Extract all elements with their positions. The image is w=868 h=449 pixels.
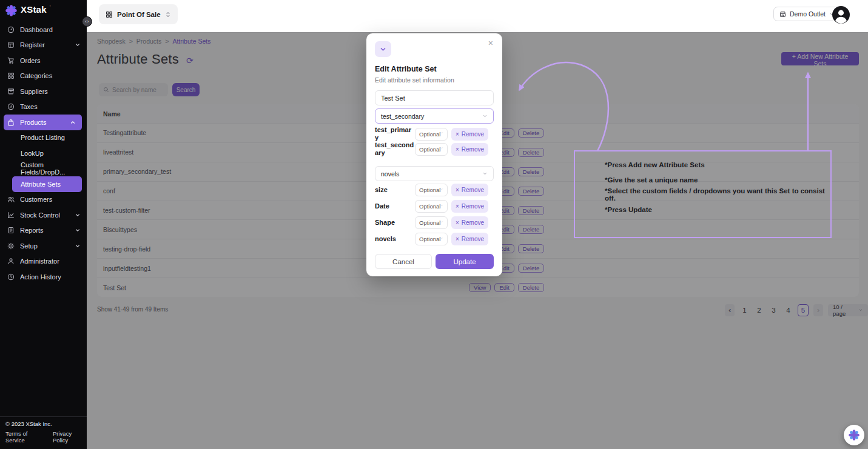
- privacy-policy-link[interactable]: Privacy Policy: [53, 430, 87, 444]
- sidebar-item-label: Products: [20, 119, 46, 126]
- document-icon: [7, 227, 15, 234]
- optional-select[interactable]: Optional: [415, 216, 448, 229]
- sidebar: XStak ’ Dashboard Register Orders Catego…: [0, 0, 87, 449]
- sidebar-item-label: Customers: [20, 196, 52, 203]
- remove-attribute-button[interactable]: ×Remove: [451, 200, 488, 213]
- attribute-row-date: Date Optional ×Remove: [375, 200, 494, 213]
- outlet-selector[interactable]: Demo Outlet: [773, 7, 841, 21]
- sidebar-item-label: Stock Control: [20, 211, 60, 219]
- optional-value: Optional: [419, 219, 440, 226]
- store-icon: [779, 11, 786, 18]
- sidebar-item-register[interactable]: Register: [0, 38, 87, 53]
- attribute-row-test-primary: test_primary Optional ×Remove: [375, 126, 494, 142]
- remove-attribute-button[interactable]: ×Remove: [451, 143, 488, 156]
- field-select[interactable]: test_secondary: [375, 108, 494, 124]
- sidebar-item-label: Orders: [20, 57, 41, 64]
- edit-attribute-set-modal: × Edit Attribute Set Edit attribute set …: [366, 33, 502, 276]
- sidebar-item-taxes[interactable]: Taxes: [0, 99, 87, 115]
- terms-of-service-link[interactable]: Terms of Service: [5, 430, 46, 444]
- gear-icon: [7, 242, 15, 250]
- remove-attribute-button[interactable]: ×Remove: [451, 184, 488, 196]
- sidebar-subitem-product-listing[interactable]: Product Listing: [0, 130, 87, 146]
- attribute-row-size: size Optional ×Remove: [375, 184, 494, 196]
- sidebar-item-label: Register: [20, 41, 45, 48]
- sidebar-item-label: Administrator: [20, 258, 59, 265]
- user-avatar[interactable]: [832, 5, 850, 24]
- topbar: Point Of Sale Demo Outlet: [87, 0, 868, 33]
- sidebar-item-orders[interactable]: Orders: [0, 53, 87, 68]
- sidebar-subitem-label: Product Listing: [21, 134, 65, 141]
- optional-select[interactable]: Optional: [415, 233, 448, 245]
- sidebar-item-label: Taxes: [20, 103, 38, 110]
- users-icon: [7, 196, 15, 203]
- modal-chevron-button[interactable]: [375, 41, 391, 57]
- copyright-text: © 2023 XStak Inc.: [5, 421, 87, 427]
- help-widget-button[interactable]: [844, 425, 864, 445]
- grid-icon: [106, 11, 113, 18]
- app-tab-point-of-sale[interactable]: Point Of Sale: [99, 4, 178, 24]
- sidebar-item-action-history[interactable]: Action History: [0, 269, 87, 285]
- remove-attribute-button[interactable]: ×Remove: [451, 233, 488, 245]
- annotation-line: *Press Update: [605, 202, 827, 218]
- sidebar-item-suppliers[interactable]: Suppliers: [0, 84, 87, 99]
- x-icon: ×: [456, 236, 459, 242]
- sidebar-subitem-lookup[interactable]: LookUp: [0, 145, 87, 161]
- optional-value: Optional: [419, 203, 440, 210]
- attribute-set-name-input[interactable]: [375, 90, 494, 105]
- chevron-down-icon: [380, 46, 386, 53]
- remove-label: Remove: [462, 131, 484, 138]
- clock-icon: [7, 273, 15, 281]
- optional-select[interactable]: Optional: [415, 184, 448, 196]
- attribute-name: Shape: [375, 219, 415, 227]
- sidebar-subitem-custom-fields[interactable]: Custom Fields/DropD...: [0, 161, 87, 177]
- optional-select[interactable]: Optional: [415, 200, 448, 213]
- app-tab-label: Point Of Sale: [117, 11, 161, 18]
- remove-attribute-button[interactable]: ×Remove: [451, 216, 488, 229]
- bag-icon: [7, 119, 15, 126]
- sidebar-item-label: Dashboard: [20, 26, 53, 33]
- remove-attribute-button[interactable]: ×Remove: [451, 128, 488, 141]
- x-icon: ×: [456, 219, 459, 226]
- optional-select[interactable]: Optional: [415, 143, 448, 156]
- sidebar-collapse-toggle[interactable]: ‹›: [82, 16, 92, 27]
- remove-label: Remove: [462, 219, 484, 226]
- optional-value: Optional: [419, 131, 440, 138]
- remove-label: Remove: [462, 236, 484, 242]
- sidebar-item-label: Action History: [20, 273, 61, 281]
- sidebar-subitem-label: Attribute Sets: [21, 181, 61, 188]
- collapse-icon: ‹›: [85, 19, 89, 24]
- sidebar-item-dashboard[interactable]: Dashboard: [0, 22, 87, 38]
- brand-logo: XStak ’: [0, 0, 87, 17]
- add-attribute-select[interactable]: novels: [375, 166, 494, 181]
- chevron-down-icon: [482, 113, 488, 119]
- dashboard-icon: [7, 26, 15, 33]
- attribute-row-novels: novels Optional ×Remove: [375, 233, 494, 245]
- modal-title: Edit Attribute Set: [375, 65, 437, 73]
- sidebar-item-reports[interactable]: Reports: [0, 223, 87, 239]
- sidebar-subitem-attribute-sets[interactable]: Attribute Sets: [12, 176, 82, 192]
- sidebar-item-label: Setup: [20, 242, 38, 250]
- chevron-down-icon: [75, 212, 81, 218]
- tax-percent-icon: [7, 103, 15, 110]
- sidebar-footer: © 2023 XStak Inc. Terms of Service Priva…: [0, 416, 87, 449]
- sidebar-item-administrator[interactable]: Administrator: [0, 254, 87, 270]
- close-icon[interactable]: ×: [485, 38, 497, 48]
- sidebar-menu: Dashboard Register Orders Categories Sup…: [0, 22, 87, 285]
- sidebar-subitem-label: Custom Fields/DropD...: [21, 161, 87, 176]
- sidebar-item-customers[interactable]: Customers: [0, 192, 87, 208]
- chevron-down-icon: [75, 227, 81, 233]
- xstak-widget-icon: [848, 429, 860, 441]
- chevron-down-icon: [440, 204, 443, 209]
- cancel-button[interactable]: Cancel: [375, 254, 432, 269]
- sidebar-item-categories[interactable]: Categories: [0, 68, 87, 84]
- optional-select[interactable]: Optional: [415, 128, 448, 141]
- attribute-name: size: [375, 186, 415, 194]
- modal-subtitle: Edit attribute set information: [375, 76, 454, 84]
- sidebar-item-products[interactable]: Products: [4, 115, 82, 130]
- attribute-row-shape: Shape Optional ×Remove: [375, 216, 494, 229]
- optional-value: Optional: [419, 146, 440, 153]
- sidebar-item-setup[interactable]: Setup: [0, 238, 87, 254]
- x-icon: ×: [456, 146, 459, 153]
- update-button[interactable]: Update: [436, 254, 494, 269]
- sidebar-item-stock-control[interactable]: Stock Control: [0, 207, 87, 223]
